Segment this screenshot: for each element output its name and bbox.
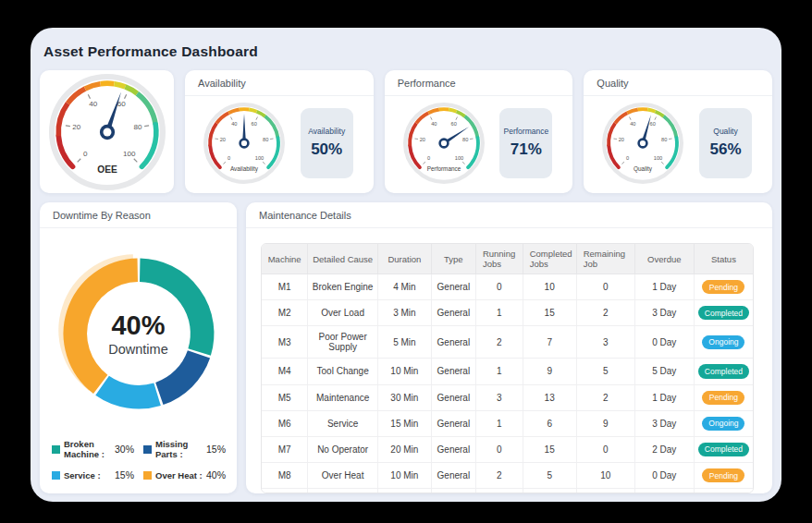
oee-gauge: 0 20 40 60 80 100 OEE (49, 74, 166, 190)
status-badge: Ongoing (702, 417, 744, 431)
svg-text:0: 0 (228, 155, 230, 161)
legend-value: 15% (206, 444, 226, 455)
table-row[interactable]: M9 Parts Availability 50 Min General 1 8… (262, 489, 753, 493)
status-badge: Completed (698, 364, 749, 378)
col-running-jobs: Running Jobs (475, 244, 523, 274)
donut-chart-svg (55, 250, 222, 417)
svg-text:0: 0 (427, 155, 430, 161)
detail-row: Downtime By Reason 40% Downtime Broken (40, 202, 772, 493)
legend-swatch-orange (143, 471, 152, 480)
tick-100: 100 (122, 149, 135, 157)
tick-0: 0 (83, 149, 88, 157)
downtime-donut[interactable]: 40% Downtime (55, 250, 222, 417)
quality-value-box: Quality 56% (699, 108, 752, 178)
donut-slice-missing-parts[interactable] (159, 354, 199, 394)
svg-text:80: 80 (462, 136, 468, 141)
table-row[interactable]: M7 No Operator 20 Min General 0 15 0 2 D… (262, 436, 753, 462)
status-badge: Ongoing (702, 335, 744, 349)
svg-text:40: 40 (431, 120, 437, 126)
legend-item-missing-parts[interactable]: Missing Parts : 15% (143, 439, 226, 459)
value-box-label: Quality (713, 127, 737, 136)
table-row[interactable]: M6 Service 15 Min General 1 6 9 3 Day On… (262, 410, 753, 436)
availability-gauge-label: Availability (230, 164, 259, 172)
table-row[interactable]: M1 Broken Engine 4 Min General 0 10 0 1 … (262, 274, 753, 300)
performance-value: 71% (511, 140, 542, 159)
svg-text:80: 80 (263, 136, 268, 141)
table-header-row: Machine Detailed Cause Duration Type Run… (262, 244, 753, 274)
value-box-label: Availability (308, 127, 345, 136)
performance-gauge-label: Performance (426, 164, 461, 171)
donut-slice-broken-machine[interactable] (140, 270, 202, 352)
legend-label: Service : (64, 470, 101, 480)
col-remaining-job: Remaining Job (576, 244, 634, 274)
legend-swatch-teal (52, 445, 60, 454)
downtime-legend: Broken Machine : 30% Missing Parts : 15%… (52, 439, 226, 480)
col-duration: Duration (377, 244, 431, 274)
col-completed-jobs: Completed Jobs (523, 244, 576, 274)
svg-text:60: 60 (650, 120, 656, 126)
performance-card: Performance (385, 70, 573, 193)
availability-card: Availability (185, 70, 374, 193)
table-row[interactable]: M5 Maintenance 30 Min General 3 13 2 1 D… (262, 384, 753, 410)
oee-gauge-label: OEE (97, 164, 117, 174)
col-detailed-cause: Detailed Cause (308, 244, 378, 274)
page-title: Asset Performance Dashboard (40, 39, 772, 70)
tick-20: 20 (72, 122, 81, 130)
quality-card-header: Quality (584, 70, 772, 96)
legend-value: 30% (115, 444, 134, 455)
availability-card-header: Availability (185, 70, 374, 96)
downtime-card: Downtime By Reason 40% Downtime Broken (40, 202, 237, 493)
quality-gauge: 0 20 40 60 80 100 Quality (602, 103, 683, 184)
status-badge: Pending (702, 391, 744, 405)
legend-value: 40% (206, 469, 226, 480)
svg-text:80: 80 (661, 136, 667, 141)
availability-value-box: Availability 50% (301, 108, 353, 178)
status-badge: Completed (698, 306, 749, 320)
table-row[interactable]: M2 Over Load 3 Min General 1 15 2 3 Day … (262, 300, 753, 326)
legend-item-broken-machine[interactable]: Broken Machine : 30% (52, 439, 134, 459)
quality-value: 56% (710, 140, 742, 159)
svg-text:40: 40 (231, 120, 237, 126)
legend-value: 15% (115, 469, 134, 480)
svg-text:20: 20 (419, 136, 424, 141)
dashboard-root: { "title": "Asset Performance Dashboard"… (0, 0, 812, 523)
col-machine: Machine (262, 244, 308, 274)
maintenance-table: Machine Detailed Cause Duration Type Run… (261, 243, 754, 493)
svg-text:60: 60 (450, 120, 456, 126)
legend-swatch-blue (52, 471, 60, 480)
status-badge: Pending (702, 468, 744, 482)
tick-80: 80 (133, 122, 142, 130)
legend-label: Broken Machine : (64, 439, 115, 459)
performance-gauge: 0 20 40 60 80 100 Performance (403, 103, 485, 184)
svg-text:20: 20 (619, 136, 624, 141)
maintenance-card-header: Maintenance Details (246, 202, 772, 228)
table-row[interactable]: M3 Poor Power Supply 5 Min General 2 7 3… (262, 326, 753, 359)
oee-gauge-card: 0 20 40 60 80 100 OEE (40, 70, 174, 193)
table-row[interactable]: M8 Over Heat 10 Min General 2 5 10 0 Day… (262, 463, 753, 489)
tick-40: 40 (89, 100, 98, 108)
table-row[interactable]: M4 Tool Change 10 Min General 1 9 5 5 Da… (262, 359, 753, 384)
performance-card-header: Performance (385, 70, 573, 96)
legend-swatch-navy (143, 445, 152, 454)
legend-label: Over Heat : (155, 470, 203, 480)
legend-item-service[interactable]: Service : 15% (52, 469, 134, 480)
col-status: Status (694, 244, 753, 274)
col-overdue: Overdue (634, 244, 694, 274)
quality-gauge-label: Quality (634, 164, 653, 172)
svg-text:100: 100 (654, 155, 662, 161)
availability-value: 50% (311, 140, 342, 159)
downtime-card-header: Downtime By Reason (40, 202, 237, 228)
value-box-label: Performance (504, 127, 549, 136)
donut-slice-over-heat[interactable] (75, 270, 137, 384)
svg-text:40: 40 (631, 120, 636, 126)
donut-slice-service[interactable] (102, 385, 156, 396)
dashboard-panel: Asset Performance Dashboard (31, 28, 781, 502)
performance-value-box: Performance 71% (499, 108, 552, 178)
availability-gauge: 0 20 40 60 80 100 Availability (203, 103, 285, 184)
col-type: Type (431, 244, 475, 274)
legend-label: Missing Parts : (155, 439, 206, 459)
status-badge: Completed (698, 443, 749, 456)
legend-item-over-heat[interactable]: Over Heat : 40% (143, 469, 226, 480)
svg-text:60: 60 (251, 120, 256, 126)
svg-text:100: 100 (255, 155, 264, 161)
